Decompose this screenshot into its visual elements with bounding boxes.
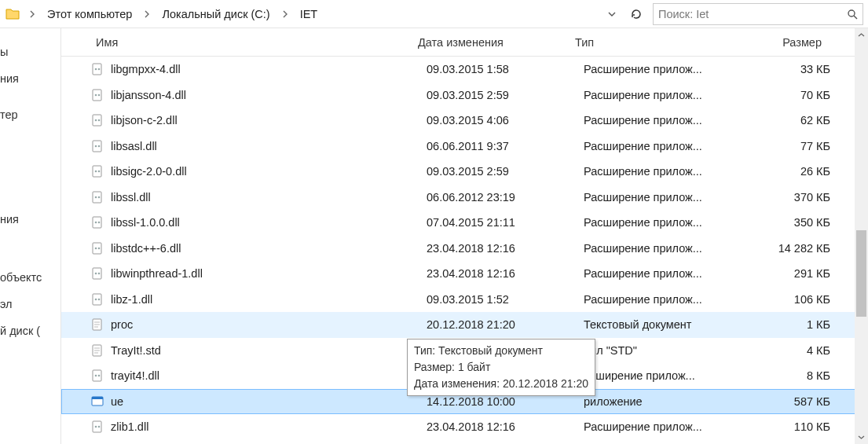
file-row[interactable]: zlib1.dll23.04.2018 12:16Расширение прил… [61, 414, 868, 440]
file-type: Расширение прилож... [584, 114, 741, 127]
svg-point-10 [98, 119, 101, 122]
file-size: 77 КБ [741, 140, 835, 152]
file-date: 09.03.2015 1:52 [427, 293, 584, 306]
nav-item[interactable]: ы [0, 39, 60, 66]
svg-point-6 [95, 94, 97, 96]
file-row[interactable]: libgmpxx-4.dll09.03.2015 1:58Расширение … [61, 57, 868, 83]
chevron-right-icon[interactable] [278, 10, 292, 18]
svg-point-27 [95, 273, 97, 275]
svg-point-19 [98, 196, 101, 198]
file-date: 23.04.2018 12:16 [427, 242, 584, 255]
nav-item[interactable]: ния [0, 207, 60, 233]
svg-rect-23 [93, 243, 101, 254]
file-size: 587 КБ [741, 395, 835, 408]
file-name: libssl.dll [106, 191, 427, 204]
file-date: 20.12.2018 21:20 [427, 318, 584, 331]
file-icon [89, 165, 106, 178]
file-icon [89, 114, 106, 127]
file-icon [89, 267, 106, 280]
file-name: libgmpxx-4.dll [106, 63, 427, 75]
nav-item[interactable]: й диск ( [0, 318, 60, 345]
file-date: 23.04.2018 12:16 [427, 420, 584, 433]
svg-point-9 [95, 119, 97, 122]
svg-rect-17 [93, 192, 101, 203]
file-type: Расширение прилож... [584, 293, 741, 306]
breadcrumb-drive-c[interactable]: Локальный диск (C:) [157, 6, 274, 22]
svg-point-3 [95, 68, 97, 71]
file-name: libsigc-2.0-0.dll [106, 165, 427, 178]
scroll-track[interactable] [855, 42, 868, 431]
col-date[interactable]: Дата изменения [418, 36, 575, 49]
nav-pane[interactable]: ы ния тер ния объектс эл й диск ( [0, 28, 61, 444]
file-row[interactable]: libjansson-4.dll09.03.2015 2:59Расширени… [61, 83, 868, 108]
file-icon [89, 293, 106, 306]
file-size: 26 КБ [741, 165, 835, 178]
file-date: 07.04.2015 21:11 [427, 216, 584, 229]
col-name[interactable]: Имя [88, 36, 418, 49]
file-date: 09.03.2015 4:06 [427, 114, 584, 127]
file-type: Расширение прилож... [584, 242, 741, 255]
file-date: 14.12.2018 10:00 [427, 395, 584, 408]
file-row[interactable]: libjson-c-2.dll09.03.2015 4:06Расширение… [61, 108, 868, 134]
svg-point-46 [95, 426, 97, 428]
file-type: Расширение прилож... [584, 267, 741, 280]
file-row[interactable]: libstdc++-6.dll23.04.2018 12:16Расширени… [61, 236, 868, 262]
svg-rect-29 [93, 294, 101, 305]
file-icon [89, 318, 106, 331]
svg-rect-11 [93, 141, 101, 152]
nav-item[interactable]: тер [0, 102, 60, 129]
scroll-up-button[interactable] [855, 28, 868, 42]
address-bar: Этот компьютер Локальный диск (C:) IET П… [0, 0, 868, 28]
breadcrumb-current-folder[interactable]: IET [295, 6, 323, 22]
col-size[interactable]: Размер [732, 36, 826, 49]
nav-item[interactable]: эл [0, 292, 60, 318]
svg-rect-14 [93, 166, 101, 177]
file-name: libwinpthread-1.dll [106, 267, 427, 280]
svg-point-24 [95, 247, 97, 249]
nav-item[interactable]: ния [0, 66, 60, 93]
chevron-right-icon[interactable] [25, 10, 39, 18]
file-name: proc [106, 318, 427, 331]
chevron-right-icon[interactable] [140, 10, 154, 18]
column-headers: Имя Дата изменения Тип Размер [61, 28, 868, 57]
file-row[interactable]: libsasl.dll06.06.2011 9:37Расширение при… [61, 134, 868, 160]
file-size: 370 КБ [741, 191, 835, 204]
file-name: libjansson-4.dll [106, 89, 427, 101]
col-type[interactable]: Тип [575, 36, 732, 49]
file-size: 70 КБ [741, 89, 835, 101]
file-name: libz-1.dll [106, 293, 427, 306]
svg-rect-8 [93, 115, 101, 126]
svg-point-16 [98, 171, 101, 173]
file-size: 350 КБ [741, 216, 835, 229]
scroll-thumb[interactable] [856, 230, 866, 317]
file-type: Расширение прилож... [584, 420, 741, 433]
file-row[interactable]: libz-1.dll09.03.2015 1:52Расширение прил… [61, 287, 868, 313]
svg-point-42 [98, 375, 101, 377]
refresh-button[interactable] [624, 2, 648, 26]
file-row[interactable]: libsigc-2.0-0.dll09.03.2015 2:59Расширен… [61, 159, 868, 185]
file-icon [89, 140, 106, 152]
tooltip-type: Тип: Текстовый документ [414, 343, 588, 359]
file-icon [89, 63, 106, 75]
tooltip-size: Размер: 1 байт [414, 359, 588, 376]
file-name: zlib1.dll [106, 420, 427, 433]
file-name: libjson-c-2.dll [106, 114, 427, 127]
file-row[interactable]: libssl.dll06.06.2012 23:19Расширение при… [61, 185, 868, 211]
file-type: Расширение прилож... [584, 63, 741, 75]
breadcrumb-this-pc[interactable]: Этот компьютер [42, 6, 137, 22]
svg-point-18 [95, 196, 97, 198]
file-size: 106 КБ [741, 293, 835, 306]
search-placeholder: Поиск: Iet [658, 8, 847, 20]
address-dropdown[interactable] [602, 4, 620, 24]
file-name: libsasl.dll [106, 140, 427, 152]
svg-rect-2 [93, 64, 101, 75]
nav-item[interactable]: объектс [0, 265, 60, 292]
scroll-down-button[interactable] [855, 431, 868, 444]
file-type: риложение [584, 395, 741, 408]
file-row[interactable]: proc20.12.2018 21:20Текстовый документ1 … [61, 312, 868, 338]
svg-point-7 [98, 94, 101, 96]
file-list-area: Имя Дата изменения Тип Размер libgmpxx-4… [61, 28, 868, 444]
file-row[interactable]: libwinpthread-1.dll23.04.2018 12:16Расши… [61, 261, 868, 287]
search-input[interactable]: Поиск: Iet [653, 3, 863, 25]
file-row[interactable]: libssl-1.0.0.dll07.04.2015 21:11Расширен… [61, 210, 868, 236]
